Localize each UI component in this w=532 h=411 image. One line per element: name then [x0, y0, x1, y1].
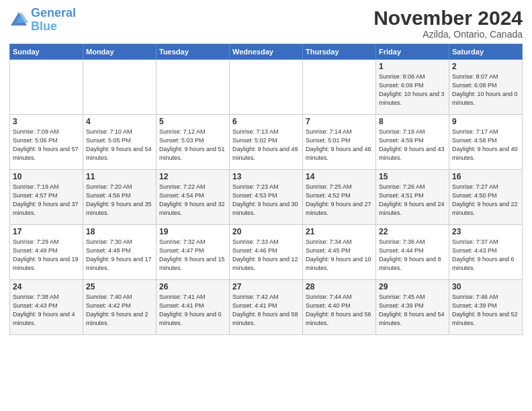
day-info: Sunrise: 7:14 AMSunset: 5:01 PMDaylight:… — [306, 128, 373, 163]
header-friday: Friday — [376, 44, 449, 60]
calendar-cell — [10, 60, 83, 115]
calendar-cell: 8 Sunrise: 7:16 AMSunset: 4:59 PMDayligh… — [376, 115, 449, 170]
day-number: 19 — [159, 227, 226, 236]
day-info: Sunrise: 7:37 AMSunset: 4:43 PMDaylight:… — [452, 238, 519, 273]
calendar-cell: 13 Sunrise: 7:23 AMSunset: 4:53 PMDaylig… — [230, 170, 303, 225]
logo: General Blue — [9, 7, 76, 34]
calendar-cell: 12 Sunrise: 7:22 AMSunset: 4:54 PMDaylig… — [157, 170, 230, 225]
day-number: 8 — [379, 117, 446, 126]
calendar-week-0: 1 Sunrise: 8:06 AMSunset: 6:09 PMDayligh… — [10, 60, 523, 115]
day-number: 26 — [159, 282, 226, 291]
calendar-cell: 23 Sunrise: 7:37 AMSunset: 4:43 PMDaylig… — [449, 225, 523, 280]
calendar-week-3: 17 Sunrise: 7:29 AMSunset: 4:49 PMDaylig… — [10, 225, 523, 280]
header-saturday: Saturday — [449, 44, 523, 60]
calendar-week-1: 3 Sunrise: 7:09 AMSunset: 5:06 PMDayligh… — [10, 115, 523, 170]
calendar-cell: 29 Sunrise: 7:45 AMSunset: 4:39 PMDaylig… — [376, 280, 449, 335]
day-number: 10 — [13, 172, 80, 181]
calendar-cell: 2 Sunrise: 8:07 AMSunset: 6:08 PMDayligh… — [449, 60, 523, 115]
day-info: Sunrise: 7:17 AMSunset: 4:58 PMDaylight:… — [452, 128, 519, 163]
calendar-cell: 16 Sunrise: 7:27 AMSunset: 4:50 PMDaylig… — [449, 170, 523, 225]
calendar-cell: 3 Sunrise: 7:09 AMSunset: 5:06 PMDayligh… — [10, 115, 83, 170]
day-info: Sunrise: 7:19 AMSunset: 4:57 PMDaylight:… — [13, 183, 80, 218]
calendar-week-4: 24 Sunrise: 7:38 AMSunset: 4:43 PMDaylig… — [10, 280, 523, 335]
day-info: Sunrise: 7:10 AMSunset: 5:05 PMDaylight:… — [86, 128, 153, 163]
day-number: 12 — [159, 172, 226, 181]
day-info: Sunrise: 7:23 AMSunset: 4:53 PMDaylight:… — [232, 183, 300, 218]
day-info: Sunrise: 7:42 AMSunset: 4:41 PMDaylight:… — [232, 293, 300, 328]
day-info: Sunrise: 7:25 AMSunset: 4:52 PMDaylight:… — [306, 183, 373, 218]
calendar-cell: 21 Sunrise: 7:34 AMSunset: 4:45 PMDaylig… — [303, 225, 376, 280]
day-info: Sunrise: 7:27 AMSunset: 4:50 PMDaylight:… — [452, 183, 519, 218]
calendar-cell: 27 Sunrise: 7:42 AMSunset: 4:41 PMDaylig… — [230, 280, 303, 335]
calendar-cell: 7 Sunrise: 7:14 AMSunset: 5:01 PMDayligh… — [303, 115, 376, 170]
day-info: Sunrise: 7:16 AMSunset: 4:59 PMDaylight:… — [379, 128, 446, 163]
calendar-cell: 1 Sunrise: 8:06 AMSunset: 6:09 PMDayligh… — [376, 60, 449, 115]
day-number: 29 — [379, 282, 446, 291]
day-info: Sunrise: 7:40 AMSunset: 4:42 PMDaylight:… — [86, 293, 153, 328]
calendar-cell: 18 Sunrise: 7:30 AMSunset: 4:48 PMDaylig… — [83, 225, 157, 280]
day-number: 30 — [452, 282, 519, 291]
day-number: 14 — [306, 172, 373, 181]
calendar-cell: 9 Sunrise: 7:17 AMSunset: 4:58 PMDayligh… — [449, 115, 523, 170]
page-container: General Blue November 2024 Azilda, Ontar… — [0, 0, 532, 340]
calendar-cell: 6 Sunrise: 7:13 AMSunset: 5:02 PMDayligh… — [230, 115, 303, 170]
month-title: November 2024 — [373, 7, 523, 29]
day-info: Sunrise: 7:32 AMSunset: 4:47 PMDaylight:… — [159, 238, 226, 273]
day-number: 21 — [306, 227, 373, 236]
day-info: Sunrise: 7:33 AMSunset: 4:46 PMDaylight:… — [232, 238, 300, 273]
day-number: 16 — [452, 172, 519, 181]
day-number: 28 — [306, 282, 373, 291]
day-number: 23 — [452, 227, 519, 236]
calendar-cell: 22 Sunrise: 7:36 AMSunset: 4:44 PMDaylig… — [376, 225, 449, 280]
logo-icon — [9, 11, 28, 30]
day-info: Sunrise: 7:38 AMSunset: 4:43 PMDaylight:… — [13, 293, 80, 328]
day-number: 24 — [13, 282, 80, 291]
logo-text: General Blue — [31, 7, 76, 34]
day-info: Sunrise: 8:07 AMSunset: 6:08 PMDaylight:… — [452, 73, 519, 107]
calendar-cell: 14 Sunrise: 7:25 AMSunset: 4:52 PMDaylig… — [303, 170, 376, 225]
calendar-cell: 26 Sunrise: 7:41 AMSunset: 4:41 PMDaylig… — [157, 280, 230, 335]
day-number: 2 — [452, 62, 519, 71]
calendar-cell: 28 Sunrise: 7:44 AMSunset: 4:40 PMDaylig… — [303, 280, 376, 335]
day-info: Sunrise: 7:45 AMSunset: 4:39 PMDaylight:… — [379, 293, 446, 328]
day-info: Sunrise: 7:34 AMSunset: 4:45 PMDaylight:… — [306, 238, 373, 273]
header-monday: Monday — [83, 44, 157, 60]
header-thursday: Thursday — [303, 44, 376, 60]
calendar-cell — [230, 60, 303, 115]
day-info: Sunrise: 7:20 AMSunset: 4:56 PMDaylight:… — [86, 183, 153, 218]
location: Azilda, Ontario, Canada — [373, 29, 523, 40]
day-number: 3 — [13, 117, 80, 126]
day-number: 7 — [306, 117, 373, 126]
calendar-cell: 20 Sunrise: 7:33 AMSunset: 4:46 PMDaylig… — [230, 225, 303, 280]
header-tuesday: Tuesday — [157, 44, 230, 60]
calendar-cell: 4 Sunrise: 7:10 AMSunset: 5:05 PMDayligh… — [83, 115, 157, 170]
day-info: Sunrise: 7:44 AMSunset: 4:40 PMDaylight:… — [306, 293, 373, 328]
title-block: November 2024 Azilda, Ontario, Canada — [373, 7, 523, 40]
day-info: Sunrise: 8:06 AMSunset: 6:09 PMDaylight:… — [379, 73, 446, 107]
calendar-cell: 30 Sunrise: 7:46 AMSunset: 4:39 PMDaylig… — [449, 280, 523, 335]
day-info: Sunrise: 7:12 AMSunset: 5:03 PMDaylight:… — [159, 128, 226, 163]
day-info: Sunrise: 7:41 AMSunset: 4:41 PMDaylight:… — [159, 293, 226, 328]
day-info: Sunrise: 7:29 AMSunset: 4:49 PMDaylight:… — [13, 238, 80, 273]
calendar-table: Sunday Monday Tuesday Wednesday Thursday… — [9, 44, 523, 335]
calendar-cell — [157, 60, 230, 115]
calendar-cell: 15 Sunrise: 7:26 AMSunset: 4:51 PMDaylig… — [376, 170, 449, 225]
day-number: 25 — [86, 282, 153, 291]
calendar-cell: 19 Sunrise: 7:32 AMSunset: 4:47 PMDaylig… — [157, 225, 230, 280]
day-info: Sunrise: 7:22 AMSunset: 4:54 PMDaylight:… — [159, 183, 226, 218]
day-number: 6 — [232, 117, 300, 126]
day-number: 5 — [159, 117, 226, 126]
calendar-cell: 17 Sunrise: 7:29 AMSunset: 4:49 PMDaylig… — [10, 225, 83, 280]
calendar-cell — [303, 60, 376, 115]
day-info: Sunrise: 7:30 AMSunset: 4:48 PMDaylight:… — [86, 238, 153, 273]
day-number: 11 — [86, 172, 153, 181]
day-number: 20 — [232, 227, 300, 236]
day-number: 22 — [379, 227, 446, 236]
calendar-cell: 24 Sunrise: 7:38 AMSunset: 4:43 PMDaylig… — [10, 280, 83, 335]
day-info: Sunrise: 7:13 AMSunset: 5:02 PMDaylight:… — [232, 128, 300, 163]
calendar-cell: 10 Sunrise: 7:19 AMSunset: 4:57 PMDaylig… — [10, 170, 83, 225]
day-info: Sunrise: 7:36 AMSunset: 4:44 PMDaylight:… — [379, 238, 446, 273]
day-number: 15 — [379, 172, 446, 181]
day-info: Sunrise: 7:09 AMSunset: 5:06 PMDaylight:… — [13, 128, 80, 163]
day-number: 18 — [86, 227, 153, 236]
